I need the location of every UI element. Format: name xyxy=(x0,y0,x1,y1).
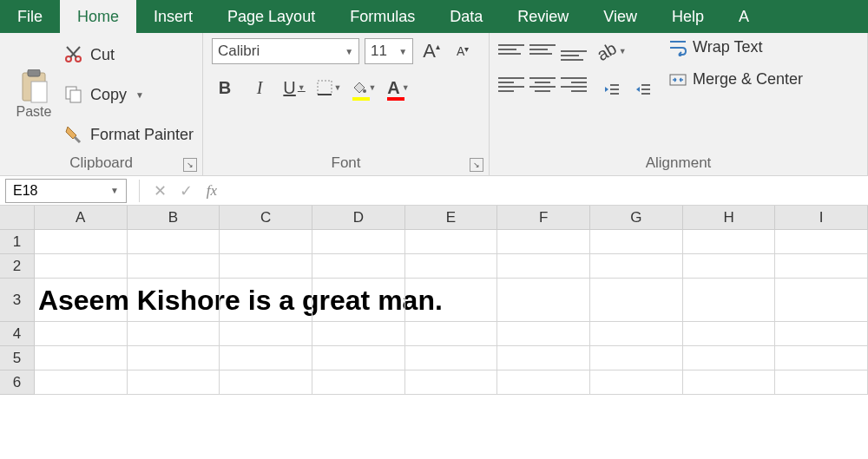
tab-file[interactable]: File xyxy=(0,0,60,33)
row-header-2[interactable]: 2 xyxy=(0,254,35,279)
copy-dropdown[interactable]: ▼ xyxy=(135,90,144,100)
cell[interactable] xyxy=(312,279,405,322)
font-size-selector[interactable]: 11 ▼ xyxy=(365,38,413,64)
cell[interactable] xyxy=(590,279,683,322)
row-header-5[interactable]: 5 xyxy=(0,346,35,370)
tab-insert[interactable]: Insert xyxy=(136,0,210,33)
orientation-button[interactable]: ab▼ xyxy=(599,38,625,64)
cell[interactable] xyxy=(775,230,868,254)
cell[interactable] xyxy=(35,254,128,279)
underline-button[interactable]: U▼ xyxy=(281,75,307,101)
cell[interactable] xyxy=(405,230,498,254)
cut-button[interactable]: Cut xyxy=(64,45,194,64)
align-middle-button[interactable] xyxy=(529,38,556,61)
cell[interactable] xyxy=(497,230,590,254)
tab-review[interactable]: Review xyxy=(500,0,586,33)
cell[interactable] xyxy=(220,279,312,322)
cell[interactable] xyxy=(312,370,405,395)
cell[interactable] xyxy=(35,230,128,254)
cell[interactable] xyxy=(405,370,498,395)
cell[interactable] xyxy=(497,279,590,322)
tab-page-layout[interactable]: Page Layout xyxy=(210,0,332,33)
col-header-a[interactable]: A xyxy=(35,206,128,229)
cell[interactable] xyxy=(220,254,312,279)
enter-formula-button[interactable]: ✓ xyxy=(173,179,199,203)
cell[interactable] xyxy=(775,254,868,279)
cell[interactable] xyxy=(220,346,312,370)
cell[interactable] xyxy=(220,322,312,346)
cell[interactable] xyxy=(683,346,776,370)
cell[interactable] xyxy=(405,279,498,322)
align-left-button[interactable] xyxy=(498,73,524,95)
col-header-e[interactable]: E xyxy=(405,206,498,229)
tab-help[interactable]: Help xyxy=(654,0,721,33)
cell[interactable] xyxy=(35,346,128,370)
name-box[interactable]: E18 ▼ xyxy=(5,179,127,203)
cell[interactable] xyxy=(128,346,220,370)
tab-truncated[interactable]: A xyxy=(721,0,766,33)
bold-button[interactable]: B xyxy=(212,75,238,101)
font-launcher[interactable]: ↘ xyxy=(470,158,483,172)
italic-button[interactable]: I xyxy=(247,75,273,101)
col-header-h[interactable]: H xyxy=(683,206,776,229)
copy-button[interactable]: Copy ▼ xyxy=(64,85,194,104)
align-bottom-button[interactable] xyxy=(561,38,587,61)
tab-formulas[interactable]: Formulas xyxy=(332,0,432,33)
paste-button[interactable]: Paste xyxy=(9,38,59,151)
grow-font-button[interactable]: A▴ xyxy=(418,38,444,64)
fill-color-button[interactable]: ▼ xyxy=(351,75,377,101)
row-header-3[interactable]: 3 xyxy=(0,279,35,322)
cell[interactable] xyxy=(405,322,498,346)
clipboard-launcher[interactable]: ↘ xyxy=(183,158,197,172)
col-header-b[interactable]: B xyxy=(128,206,220,229)
cell[interactable] xyxy=(497,346,590,370)
cell[interactable] xyxy=(590,254,683,279)
col-header-f[interactable]: F xyxy=(497,206,590,229)
align-right-button[interactable] xyxy=(561,73,587,95)
cell[interactable] xyxy=(128,279,220,322)
col-header-g[interactable]: G xyxy=(590,206,683,229)
cell[interactable] xyxy=(590,370,683,395)
cell[interactable] xyxy=(128,370,220,395)
tab-home[interactable]: Home xyxy=(60,0,136,33)
align-top-button[interactable] xyxy=(498,38,524,61)
row-header-6[interactable]: 6 xyxy=(0,370,35,395)
cell[interactable] xyxy=(775,370,868,395)
cell-a3[interactable]: Aseem Kishore is a great man. xyxy=(35,279,128,322)
merge-center-button[interactable]: Merge & Center xyxy=(668,70,803,89)
cell[interactable] xyxy=(312,346,405,370)
increase-indent-button[interactable] xyxy=(630,76,656,102)
cell[interactable] xyxy=(683,322,776,346)
cell[interactable] xyxy=(128,254,220,279)
format-painter-button[interactable]: Format Painter xyxy=(64,125,194,144)
tab-view[interactable]: View xyxy=(586,0,654,33)
cell[interactable] xyxy=(220,230,312,254)
cell[interactable] xyxy=(497,254,590,279)
cell[interactable] xyxy=(128,322,220,346)
decrease-indent-button[interactable] xyxy=(599,76,625,102)
cell[interactable] xyxy=(683,279,776,322)
font-name-selector[interactable]: Calibri ▼ xyxy=(212,38,359,64)
borders-button[interactable]: ▼ xyxy=(316,75,342,101)
cell[interactable] xyxy=(497,370,590,395)
col-header-d[interactable]: D xyxy=(312,206,405,229)
cell[interactable] xyxy=(590,230,683,254)
insert-function-button[interactable]: fx xyxy=(199,179,225,203)
cell[interactable] xyxy=(128,230,220,254)
align-center-button[interactable] xyxy=(529,73,556,95)
cell[interactable] xyxy=(683,230,776,254)
cell[interactable] xyxy=(683,254,776,279)
cell[interactable] xyxy=(405,254,498,279)
wrap-text-button[interactable]: Wrap Text xyxy=(668,38,803,56)
cell[interactable] xyxy=(683,370,776,395)
cell[interactable] xyxy=(590,346,683,370)
cell[interactable] xyxy=(775,346,868,370)
shrink-font-button[interactable]: A▾ xyxy=(450,38,476,64)
cell[interactable] xyxy=(775,322,868,346)
cell[interactable] xyxy=(405,346,498,370)
cell[interactable] xyxy=(220,370,312,395)
cell[interactable] xyxy=(35,322,128,346)
col-header-c[interactable]: C xyxy=(220,206,312,229)
col-header-i[interactable]: I xyxy=(775,206,868,229)
cell[interactable] xyxy=(590,322,683,346)
